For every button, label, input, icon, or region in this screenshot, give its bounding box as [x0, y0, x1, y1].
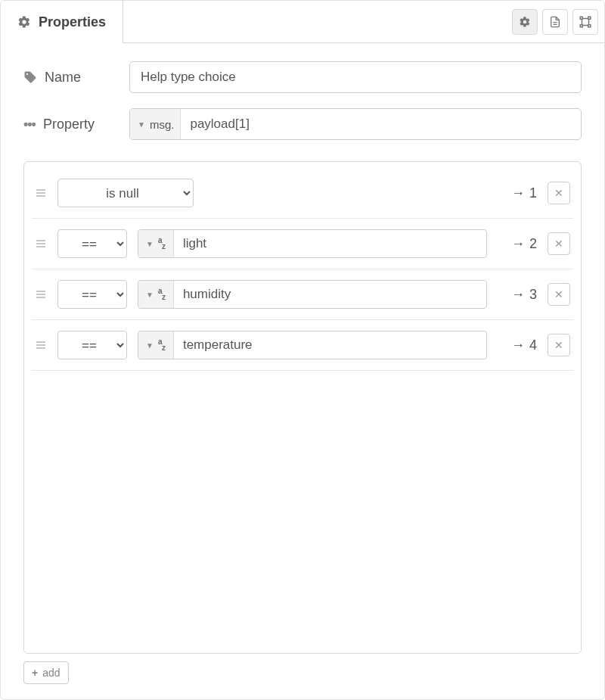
- delete-rule-button[interactable]: ✕: [548, 334, 570, 356]
- svg-rect-10: [36, 240, 45, 241]
- property-type-selector[interactable]: ▼ msg.: [130, 109, 181, 139]
- rules-list: ==!=<<=>>=is nullis not nullotherwise→1✕…: [23, 161, 582, 654]
- property-row: ••• Property ▼ msg.: [23, 108, 582, 140]
- arrow-right-icon: →: [511, 185, 525, 201]
- delete-rule-button[interactable]: ✕: [548, 182, 570, 204]
- svg-rect-17: [36, 344, 45, 345]
- appearance-button[interactable]: [572, 9, 598, 35]
- property-prefix: msg.: [150, 118, 175, 131]
- close-icon: ✕: [554, 187, 563, 199]
- output-indicator: →3: [498, 287, 537, 303]
- delete-rule-button[interactable]: ✕: [548, 283, 570, 306]
- rule-value-typed-input: ▼az: [138, 280, 487, 309]
- value-type-selector[interactable]: ▼az: [138, 281, 174, 308]
- svg-rect-3: [580, 17, 582, 19]
- ellipsis-icon: •••: [23, 117, 36, 132]
- output-indicator: →4: [498, 338, 537, 353]
- drag-handle-icon[interactable]: [35, 187, 47, 199]
- caret-down-icon: ▼: [146, 341, 154, 350]
- name-label: Name: [45, 70, 81, 86]
- rule-value-input[interactable]: [174, 230, 486, 257]
- svg-rect-13: [36, 291, 45, 291]
- rule-row: ==!=<<=>>=is nullis not nullotherwise▼az…: [32, 320, 573, 371]
- operator-select[interactable]: ==!=<<=>>=is nullis not nullotherwise: [57, 280, 127, 309]
- panel-body: Name ••• Property ▼ msg. ==!=<<=>>=is nu…: [1, 43, 604, 699]
- drag-handle-icon[interactable]: [35, 288, 47, 300]
- close-icon: ✕: [554, 238, 563, 250]
- operator-select[interactable]: ==!=<<=>>=is nullis not nullotherwise: [57, 331, 127, 359]
- rule-value-typed-input: ▼az: [138, 229, 487, 258]
- output-indicator: →2: [498, 236, 537, 252]
- value-type-selector[interactable]: ▼az: [138, 331, 174, 359]
- operator-select[interactable]: ==!=<<=>>=is nullis not nullotherwise: [57, 229, 127, 258]
- add-label: add: [42, 667, 60, 679]
- output-number: 1: [529, 185, 537, 201]
- name-input[interactable]: [129, 61, 582, 93]
- output-number: 4: [529, 338, 537, 353]
- output-number: 2: [529, 236, 537, 252]
- property-typed-input: ▼ msg.: [129, 108, 582, 140]
- svg-rect-11: [36, 243, 45, 244]
- caret-down-icon: ▼: [146, 291, 154, 299]
- drag-handle-icon[interactable]: [35, 238, 47, 250]
- output-number: 3: [529, 287, 537, 303]
- svg-rect-5: [580, 24, 582, 26]
- tab-properties[interactable]: Properties: [1, 1, 123, 43]
- docs-button[interactable]: [542, 9, 568, 35]
- svg-rect-14: [36, 294, 45, 294]
- bounding-box-icon: [579, 15, 592, 29]
- settings-button[interactable]: [512, 9, 538, 35]
- svg-rect-7: [36, 189, 45, 190]
- gear-icon: [17, 15, 31, 29]
- string-type-icon: az: [158, 288, 166, 300]
- svg-rect-6: [588, 24, 591, 26]
- property-label: Property: [43, 117, 95, 132]
- svg-rect-12: [36, 246, 45, 247]
- tab-label: Properties: [39, 14, 106, 30]
- svg-rect-4: [588, 17, 591, 19]
- svg-rect-8: [36, 192, 45, 193]
- caret-down-icon: ▼: [138, 120, 145, 129]
- svg-rect-18: [36, 347, 45, 348]
- header-toolbar: [123, 1, 604, 43]
- close-icon: ✕: [554, 339, 563, 351]
- name-row: Name: [23, 61, 582, 93]
- property-label-group: ••• Property: [23, 117, 129, 132]
- rule-row: ==!=<<=>>=is nullis not nullotherwise▼az…: [32, 219, 573, 269]
- properties-panel: Properties: [0, 0, 605, 700]
- svg-rect-9: [36, 195, 45, 196]
- rule-row: ==!=<<=>>=is nullis not nullotherwise→1✕: [32, 168, 573, 219]
- arrow-right-icon: →: [511, 236, 525, 252]
- panel-header: Properties: [1, 1, 604, 43]
- rule-value-typed-input: ▼az: [138, 331, 487, 359]
- plus-icon: +: [32, 667, 38, 679]
- rule-value-input[interactable]: [174, 331, 486, 359]
- arrow-right-icon: →: [511, 287, 525, 303]
- document-icon: [549, 16, 561, 28]
- arrow-right-icon: →: [511, 338, 525, 353]
- value-type-selector[interactable]: ▼az: [138, 230, 174, 257]
- string-type-icon: az: [158, 339, 166, 351]
- caret-down-icon: ▼: [146, 240, 154, 248]
- add-rule-button[interactable]: + add: [23, 661, 69, 684]
- close-icon: ✕: [554, 288, 563, 300]
- name-label-group: Name: [23, 70, 129, 86]
- output-indicator: →1: [498, 185, 537, 201]
- rule-value-input[interactable]: [174, 281, 486, 308]
- tag-icon: [23, 70, 37, 84]
- drag-handle-icon[interactable]: [35, 339, 47, 351]
- svg-rect-15: [36, 297, 45, 297]
- property-value-input[interactable]: [181, 109, 581, 139]
- delete-rule-button[interactable]: ✕: [548, 232, 570, 255]
- gear-icon: [519, 16, 531, 28]
- operator-select[interactable]: ==!=<<=>>=is nullis not nullotherwise: [57, 179, 194, 207]
- svg-rect-16: [36, 341, 45, 342]
- rule-row: ==!=<<=>>=is nullis not nullotherwise▼az…: [32, 269, 573, 320]
- string-type-icon: az: [158, 238, 166, 250]
